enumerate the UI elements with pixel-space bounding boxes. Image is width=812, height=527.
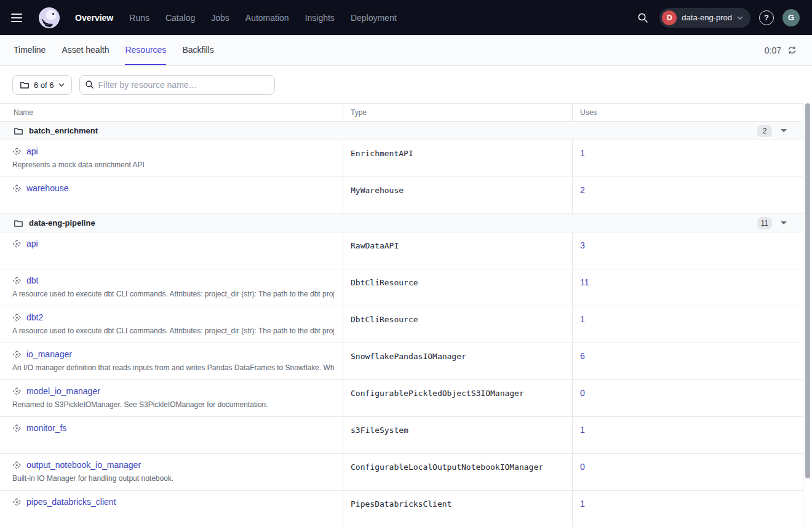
workspace-selector[interactable]: D data-eng-prod (659, 8, 750, 28)
resource-name-link[interactable]: io_manager (26, 349, 72, 359)
resource-icon (12, 313, 22, 322)
resource-description: Renamed to S3PickleIOManager. See S3Pick… (12, 400, 334, 409)
filter-bar: 6 of 6 (0, 66, 812, 103)
top-navigation-bar: OverviewRunsCatalogJobsAutomationInsight… (0, 0, 812, 35)
resource-uses-link[interactable]: 0 (580, 462, 585, 472)
resource-uses-link[interactable]: 1 (580, 314, 585, 324)
nav-item-insights[interactable]: Insights (305, 13, 335, 23)
tab-backfills[interactable]: Backfills (182, 35, 213, 65)
resource-row: pipes_databricks_client PipesDatabricksC… (0, 491, 803, 527)
collapse-caret-icon[interactable] (781, 221, 787, 224)
group-count-badge: 11 (757, 217, 772, 229)
nav-item-automation[interactable]: Automation (245, 13, 289, 23)
resource-type: EnrichmentAPI (351, 149, 413, 158)
tab-asset-health[interactable]: Asset health (62, 35, 109, 65)
resource-name-link[interactable]: model_io_manager (26, 386, 100, 396)
tab-timeline[interactable]: Timeline (14, 35, 46, 65)
resource-name-link[interactable]: dbt (26, 275, 38, 285)
resource-uses-cell: 2 (572, 177, 803, 213)
workspace-name: data-eng-prod (682, 13, 732, 22)
resource-name-link[interactable]: warehouse (26, 183, 69, 193)
resource-uses-link[interactable]: 1 (580, 499, 585, 509)
resource-uses-cell: 1 (572, 306, 803, 343)
tab-resources[interactable]: Resources (125, 35, 166, 65)
resource-row: api RawDataAPI 3 (0, 232, 803, 269)
resource-name-link[interactable]: api (26, 239, 38, 248)
nav-item-catalog[interactable]: Catalog (165, 13, 195, 23)
resource-row: model_io_manager Renamed to S3PickleIOMa… (0, 380, 803, 417)
nav-item-overview[interactable]: Overview (75, 13, 113, 23)
group-row[interactable]: data-eng-pipeline 11 (0, 214, 803, 232)
resource-uses-link[interactable]: 3 (580, 240, 585, 250)
workspace-badge: D (662, 10, 677, 25)
resource-name-link[interactable]: monitor_fs (26, 423, 66, 433)
resource-name-cell: warehouse (0, 177, 343, 213)
group-count-badge: 2 (757, 125, 772, 137)
resource-type: ConfigurablePickledObjectS3IOManager (351, 389, 524, 398)
vertical-scrollbar[interactable] (805, 103, 810, 478)
resource-icon (12, 497, 22, 507)
resource-row: api Represents a mock data enrichment AP… (0, 140, 803, 177)
resource-name-link[interactable]: api (26, 146, 38, 156)
resource-row: monitor_fs s3FileSystem 1 (0, 417, 803, 454)
refresh-icon[interactable] (787, 45, 798, 56)
resource-description: An I/O manager definition that reads inp… (12, 363, 334, 372)
resource-uses-link[interactable]: 11 (580, 277, 589, 287)
page-tabbar: TimelineAsset healthResourcesBackfills 0… (0, 35, 812, 66)
resource-type-cell: ConfigurablePickledObjectS3IOManager (343, 380, 572, 416)
resource-icon (12, 147, 22, 156)
group-name: data-eng-pipeline (29, 218, 95, 228)
resource-name-link[interactable]: dbt2 (26, 312, 43, 322)
resource-type: ConfigurableLocalOutputNotebookIOManager (351, 462, 543, 472)
resource-type-cell: EnrichmentAPI (343, 140, 572, 176)
resource-uses-cell: 3 (572, 232, 803, 269)
collapse-caret-icon[interactable] (781, 129, 787, 132)
resource-description: A resource used to execute dbt CLI comma… (12, 327, 334, 335)
nav-item-deployment[interactable]: Deployment (351, 13, 397, 23)
dagster-logo[interactable] (38, 7, 60, 29)
resource-name-cell: api (0, 232, 343, 269)
hamburger-menu-icon[interactable] (11, 10, 26, 25)
resource-icon (12, 350, 22, 359)
resource-row: io_manager An I/O manager definition tha… (0, 343, 803, 380)
resource-name-link[interactable]: output_notebook_io_manager (26, 460, 141, 470)
group-row[interactable]: batch_enrichment 2 (0, 122, 803, 140)
resource-name-cell: pipes_databricks_client (0, 491, 343, 527)
search-icon[interactable] (635, 10, 651, 26)
user-avatar[interactable]: G (782, 9, 800, 26)
resource-name-cell: monitor_fs (0, 417, 343, 453)
resource-uses-link[interactable]: 0 (580, 388, 585, 398)
folder-icon (20, 80, 30, 90)
resource-description: Built-in IO Manager for handling output … (12, 474, 334, 483)
resource-uses-link[interactable]: 1 (580, 425, 585, 435)
group-count-dropdown[interactable]: 6 of 6 (12, 75, 72, 95)
resource-name-link[interactable]: pipes_databricks_client (26, 497, 116, 507)
resource-icon (12, 387, 22, 396)
resource-type: SnowflakePandasIOManager (351, 352, 466, 361)
resource-name-cell: model_io_manager Renamed to S3PickleIOMa… (0, 380, 343, 416)
resource-type-cell: PipesDatabricksClient (343, 491, 572, 527)
resource-icon (12, 276, 22, 285)
resource-name-cell: io_manager An I/O manager definition tha… (0, 343, 343, 379)
resource-uses-link[interactable]: 2 (580, 185, 585, 195)
column-header-name: Name (0, 104, 343, 121)
resource-uses-link[interactable]: 6 (580, 351, 585, 361)
group-name: batch_enrichment (29, 126, 98, 135)
search-icon (85, 80, 94, 89)
nav-item-runs[interactable]: Runs (129, 13, 149, 23)
resource-uses-cell: 1 (572, 491, 803, 527)
nav-item-jobs[interactable]: Jobs (211, 13, 229, 23)
resource-row: warehouse MyWarehouse 2 (0, 177, 803, 214)
resource-icon (12, 184, 22, 193)
resource-description: Represents a mock data enrichment API (12, 160, 334, 169)
help-button[interactable]: ? (759, 10, 774, 25)
resource-type: s3FileSystem (351, 426, 408, 435)
resource-uses-link[interactable]: 1 (580, 148, 585, 158)
resource-type: PipesDatabricksClient (351, 499, 452, 509)
folder-icon (14, 218, 23, 228)
resource-uses-cell: 0 (572, 454, 803, 490)
resource-filter-input[interactable] (79, 75, 275, 95)
resource-name-cell: output_notebook_io_manager Built-in IO M… (0, 454, 343, 490)
resource-row: dbt2 A resource used to execute dbt CLI … (0, 306, 803, 343)
page-tabs: TimelineAsset healthResourcesBackfills (14, 35, 214, 65)
